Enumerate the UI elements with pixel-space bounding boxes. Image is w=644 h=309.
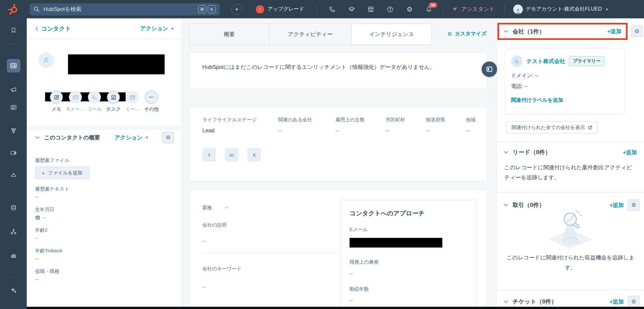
field-label: 勤続年数 [350,286,467,292]
overview-section-header: このコンタクトの概要 アクション ▾ ⚙ [35,132,174,143]
task-action[interactable]: タスク [104,91,123,112]
nav-icons: ⚙ 34 [328,5,433,13]
bookmarks-icon[interactable] [10,27,17,33]
chevron-down-icon: ▾ [606,7,608,12]
overview-settings-button[interactable]: ⚙ [162,132,174,143]
nav-divider [316,5,317,14]
field-value: -- [350,270,467,276]
facebook-icon[interactable]: f [202,148,216,162]
help-icon[interactable] [386,5,394,13]
hubspot-logo-icon[interactable] [6,3,19,16]
x-twitter-icon[interactable]: X [247,148,261,162]
left-nav-rail [0,18,27,309]
contact-avatar [38,52,54,68]
field-label: 役職・職種 [35,268,173,275]
company-phone: 電話: -- [511,83,619,90]
hubspot-app: ⌘ K + ↑ アップグレード ⚙ 34 [0,0,644,309]
account-label: デモアカウント-株式会社FLUED [526,6,602,13]
sparkle-icon [452,6,458,13]
upgrade-button[interactable]: ↑ アップグレード [256,5,304,14]
center-column: 概要 アクティビティー インテリジェンス ⚙ カスタマイズ HubSpotにはま… [182,18,496,309]
linkedin-icon[interactable]: in [225,148,238,162]
tickets-title: チケット（0件） [513,298,557,305]
view-all-companies-button[interactable]: 関連付けられた全ての会社を表示 [506,121,598,134]
section-divider [496,290,644,290]
collapse-chevron-icon[interactable] [504,300,508,303]
chevron-down-icon: ▾ [171,26,173,31]
search-icon [34,6,40,12]
company-keywords-value: -- [202,284,206,290]
nav-divider [442,5,443,14]
contact-left-panel: コンタクト アクション ▾ メモ Eメー... [27,18,182,309]
sidebar-item-data[interactable] [10,204,17,211]
field-value[interactable]: -- [35,215,173,220]
tab-overview[interactable]: 概要 [189,24,269,45]
overview-actions-dropdown[interactable]: アクション ▾ [115,134,148,141]
account-avatar [513,5,523,14]
tab-intelligence[interactable]: インテリジェンス [351,24,432,45]
deals-settings-button[interactable]: ⚙ [628,199,639,211]
add-company-button[interactable]: +追加 [607,28,621,35]
external-link-icon [588,126,592,130]
calling-icon[interactable] [328,5,336,13]
upgrade-arrow-icon: ↑ [256,5,264,14]
add-ticket-button[interactable]: +追加 [610,298,624,305]
company-avatar-icon [511,55,523,67]
collapse-panel-button[interactable] [482,61,497,77]
company-name-link[interactable]: テスト株式会社 [526,58,565,65]
overview-fields: 履歴書ファイル + ファイルを追加 履歴書テキスト -- 生年月日 -- 年齢2… [35,157,173,282]
sidebar-item-commerce[interactable] [10,149,17,156]
assistant-button[interactable]: アシスタント [452,5,495,13]
rail-divider [8,277,19,277]
account-menu[interactable]: デモアカウント-株式会社FLUED ▾ [513,5,608,14]
contact-actions-dropdown[interactable]: アクション ▾ [140,25,173,32]
ai-sparkle-icon[interactable] [10,287,17,294]
email-action[interactable]: Eメー... [66,91,85,112]
add-association-label-link[interactable]: 関連付けラベルを追加 [511,97,619,104]
sidebar-item-service[interactable] [10,172,17,178]
companies-settings-button[interactable]: ⚙ [631,25,643,37]
sidebar-item-reporting[interactable] [10,252,17,259]
settings-icon[interactable]: ⚙ [406,5,413,13]
add-deal-button[interactable]: +追加 [610,201,624,209]
sidebar-item-content[interactable] [10,104,17,111]
tickets-settings-button[interactable]: ⚙ [628,296,639,307]
company-info-card: 業種 -- 会社の説明 -- 会社のキーワード -- コンタクトへのアプローチ … [189,189,487,309]
field-label: 生年月日 [35,207,173,213]
marketplace-icon[interactable] [367,5,375,13]
tab-activities[interactable]: アクティビティー [269,24,351,45]
window-bottom-edge [27,307,644,309]
collapse-chevron-icon[interactable] [35,136,40,139]
collapse-chevron-icon[interactable] [504,30,508,33]
sidebar-item-sales[interactable] [10,127,17,134]
collapse-chevron-icon[interactable] [504,151,508,154]
redacted-approach-email [350,238,442,248]
section-separator [27,126,182,130]
notifications-icon[interactable]: 34 [425,5,433,13]
enrichment-message: HubSpotにはまだこのレコードに関するエンリッチメント（情報強化）データがあ… [189,53,487,81]
back-to-contacts-link[interactable]: コンタクト [35,25,71,33]
field-value: -- [35,276,173,282]
add-file-button[interactable]: + ファイルを追加 [35,167,89,179]
company-keywords-label: 会社のキーワード [202,266,241,272]
create-button[interactable]: + [231,4,242,15]
approach-title: コンタクトへのアプローチ [350,209,467,218]
customize-button[interactable]: ⚙ カスタマイズ [447,31,486,37]
sidebar-item-marketing[interactable] [10,86,17,93]
note-action[interactable]: メモ [47,91,66,112]
sidebar-item-automations[interactable] [10,228,17,235]
academy-icon[interactable] [348,5,355,13]
company-domain: ドメイン: -- [511,72,619,79]
add-lead-button[interactable]: +追加 [623,149,637,156]
primary-badge: プライマリー [569,56,604,66]
search-input[interactable] [43,6,197,13]
more-actions[interactable]: その他 [142,91,161,112]
call-action[interactable]: コール [85,91,104,112]
sidebar-item-crm-contacts[interactable] [7,59,20,72]
meeting-action[interactable]: ミー... [123,91,142,112]
collapse-chevron-icon[interactable] [504,204,508,207]
right-associations-panel: 会社（1件） +追加 ⚙ テスト株式会社 プライマリー ドメイン: -- 電話:… [496,18,644,309]
assistant-label: アシスタント [461,5,495,13]
top-navbar: ⌘ K + ↑ アップグレード ⚙ 34 [0,0,644,18]
properties-card: ライフサイクルステージ Lead 関連のある会社 -- 雇用上の主務 -- 市区… [189,106,487,182]
